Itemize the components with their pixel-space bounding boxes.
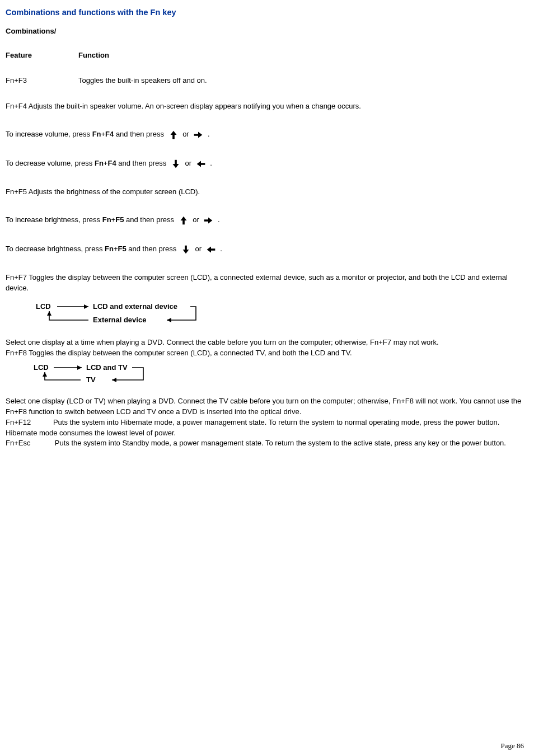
function-cell: Toggles the built-in speakers off and on…	[78, 76, 528, 84]
arrow-left-icon	[205, 243, 217, 256]
text: and then press	[124, 215, 176, 224]
diagram-lcd-label: LCD	[34, 363, 49, 372]
or: or	[183, 159, 194, 167]
volume-decrease-line: To decrease volume, press Fn+F4 and then…	[6, 158, 528, 170]
dot: .	[208, 159, 212, 167]
diagram-lcd-label: LCD	[36, 302, 51, 311]
diagram-tv-label: TV	[86, 375, 96, 384]
brightness-decrease-line: To decrease brightness, press Fn+F5 and …	[6, 243, 528, 256]
fn-key: Fn	[95, 159, 104, 167]
text: and then press	[114, 130, 166, 138]
brightness-increase-line: To increase brightness, press Fn+F5 and …	[6, 214, 528, 227]
arrow-down-icon	[170, 158, 182, 170]
dot: .	[216, 215, 219, 224]
text: and then press	[127, 245, 179, 253]
volume-increase-line: To increase volume, press Fn+F4 and then…	[6, 129, 528, 141]
text: and then press	[116, 159, 168, 167]
combinations-heading: Combinations/	[6, 27, 528, 35]
fnf5-description: Fn+F5 Adjusts the brightness of the comp…	[6, 187, 528, 198]
or: or	[181, 130, 191, 138]
arrow-right-icon	[192, 129, 204, 141]
svg-marker-6	[112, 378, 116, 382]
fn-key: Fn	[92, 130, 101, 138]
arrow-down-icon	[180, 243, 192, 256]
svg-marker-7	[43, 372, 47, 377]
display-cycle-diagram-tv: LCD LCD and TV TV	[22, 362, 528, 388]
fnf12-description: Fn+F12 Puts the system into Hibernate mo…	[6, 417, 528, 439]
diagram-both-label: LCD and external device	[93, 302, 177, 311]
arrow-up-icon	[167, 129, 180, 141]
fnesc-description: Fn+Esc Puts the system into Standby mode…	[6, 438, 528, 449]
fnf8-description: Fn+F8 Toggles the display between the co…	[6, 348, 528, 359]
fn-key: Fn	[105, 245, 114, 253]
display-cycle-diagram-external: LCD LCD and external device External dev…	[22, 301, 528, 330]
page-number: Page 86	[500, 741, 524, 750]
f5-key: F5	[115, 215, 124, 224]
plus: +	[114, 245, 118, 253]
fnf8-note: Select one display (LCD or TV) when play…	[6, 396, 528, 417]
text: To increase volume, press	[6, 130, 92, 138]
f4-key: F4	[105, 130, 114, 138]
arrow-left-icon	[195, 158, 207, 170]
header-feature: Feature	[6, 51, 78, 59]
table-row: Fn+F3 Toggles the built-in speakers off …	[6, 76, 528, 84]
diagram-both-label: LCD and TV	[86, 363, 128, 372]
f5-key: F5	[118, 245, 127, 253]
text: To decrease brightness, press	[6, 245, 105, 253]
dot: .	[205, 130, 209, 138]
fnf7-description: Fn+F7 Toggles the display between the co…	[6, 273, 528, 294]
svg-marker-1	[84, 304, 88, 309]
diagram-external-label: External device	[93, 316, 146, 324]
or: or	[191, 215, 202, 224]
f4-key: F4	[107, 159, 116, 167]
plus: +	[101, 130, 106, 138]
header-function: Function	[78, 51, 109, 59]
svg-marker-3	[47, 311, 51, 316]
fnf7-note: Select one display at a time when playin…	[6, 337, 528, 348]
or: or	[193, 245, 204, 253]
text: To increase brightness, press	[6, 215, 102, 224]
arrow-up-icon	[177, 214, 190, 227]
feature-cell: Fn+F3	[6, 76, 78, 84]
text: To decrease volume, press	[6, 159, 95, 167]
arrow-right-icon	[202, 214, 214, 227]
svg-marker-5	[77, 365, 82, 370]
fnf4-description: Fn+F4 Adjusts the built-in speaker volum…	[6, 101, 528, 112]
table-header: Feature Function	[6, 51, 528, 59]
svg-marker-2	[167, 318, 171, 322]
section-title: Combinations and functions with the Fn k…	[6, 8, 528, 17]
dot: .	[218, 245, 222, 253]
fn-key: Fn	[102, 215, 111, 224]
